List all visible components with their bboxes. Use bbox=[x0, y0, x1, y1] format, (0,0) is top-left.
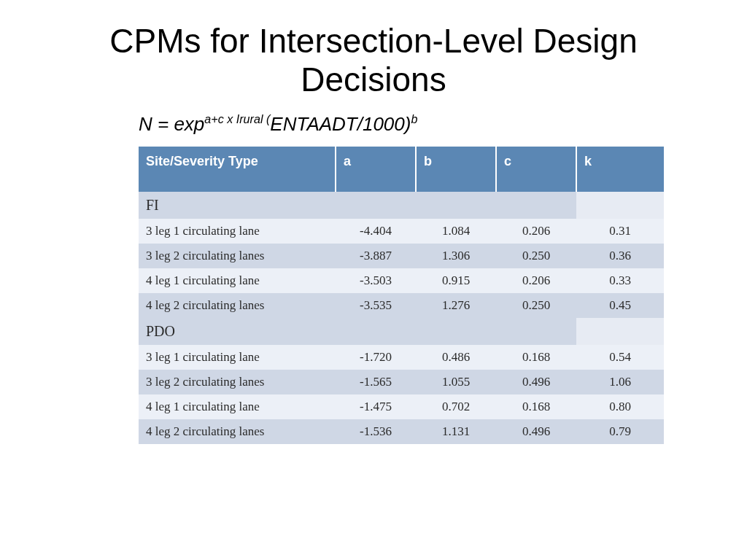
cell-b: 1.131 bbox=[416, 419, 496, 444]
section-pdo: PDO bbox=[139, 318, 664, 345]
cell-c: 0.496 bbox=[496, 419, 576, 444]
cell-site: 4 leg 2 circulating lanes bbox=[139, 419, 336, 444]
cell-c: 0.206 bbox=[496, 268, 576, 293]
section-fi-k bbox=[576, 192, 664, 219]
cell-k: 0.45 bbox=[576, 293, 664, 318]
cell-site: 3 leg 1 circulating lane bbox=[139, 219, 336, 244]
cell-b: 0.486 bbox=[416, 345, 496, 370]
header-a: a bbox=[336, 147, 416, 192]
cell-site: 4 leg 1 circulating lane bbox=[139, 394, 336, 419]
table-row: 3 leg 1 circulating lane -4.404 1.084 0.… bbox=[139, 219, 664, 244]
slide-title: CPMs for Intersection-Level Design Decis… bbox=[95, 22, 652, 99]
cell-b: 1.306 bbox=[416, 244, 496, 268]
cell-c: 0.496 bbox=[496, 370, 576, 394]
cell-b: 1.276 bbox=[416, 293, 496, 318]
header-b: b bbox=[416, 147, 496, 192]
cell-k: 0.80 bbox=[576, 394, 664, 419]
formula-mid: ENTAADT/1000) bbox=[270, 112, 411, 134]
cell-c: 0.168 bbox=[496, 394, 576, 419]
section-fi-label: FI bbox=[139, 192, 576, 219]
cell-a: -1.720 bbox=[336, 345, 416, 370]
cell-k: 1.06 bbox=[576, 370, 664, 394]
table-row: 3 leg 2 circulating lanes -1.565 1.055 0… bbox=[139, 370, 664, 394]
header-k: k bbox=[576, 147, 664, 192]
table-row: 4 leg 1 circulating lane -3.503 0.915 0.… bbox=[139, 268, 664, 293]
cell-b: 1.084 bbox=[416, 219, 496, 244]
formula-sup1: a+c x Irural ( bbox=[204, 112, 270, 125]
cell-site: 3 leg 2 circulating lanes bbox=[139, 244, 336, 268]
cell-k: 0.79 bbox=[576, 419, 664, 444]
formula-sup2: b bbox=[411, 112, 417, 125]
table-row: 3 leg 2 circulating lanes -3.887 1.306 0… bbox=[139, 244, 664, 268]
cell-k: 0.31 bbox=[576, 219, 664, 244]
header-c: c bbox=[496, 147, 576, 192]
formula-prefix: N = exp bbox=[139, 112, 204, 134]
cell-site: 4 leg 2 circulating lanes bbox=[139, 293, 336, 318]
cell-site: 4 leg 1 circulating lane bbox=[139, 268, 336, 293]
cell-a: -3.503 bbox=[336, 268, 416, 293]
table-row: 4 leg 1 circulating lane -1.475 0.702 0.… bbox=[139, 394, 664, 419]
cell-a: -1.536 bbox=[336, 419, 416, 444]
cell-k: 0.36 bbox=[576, 244, 664, 268]
cell-k: 0.54 bbox=[576, 345, 664, 370]
cell-b: 0.915 bbox=[416, 268, 496, 293]
header-site: Site/Severity Type bbox=[139, 147, 336, 192]
table-row: 4 leg 2 circulating lanes -1.536 1.131 0… bbox=[139, 419, 664, 444]
cell-site: 3 leg 2 circulating lanes bbox=[139, 370, 336, 394]
cell-c: 0.250 bbox=[496, 244, 576, 268]
section-fi: FI bbox=[139, 192, 664, 219]
formula: N = expa+c x Irural (ENTAADT/1000)b bbox=[139, 112, 718, 136]
cell-a: -4.404 bbox=[336, 219, 416, 244]
cell-a: -3.887 bbox=[336, 244, 416, 268]
cell-b: 1.055 bbox=[416, 370, 496, 394]
cpm-table: Site/Severity Type a b c k FI 3 leg 1 ci… bbox=[139, 147, 664, 444]
cell-site: 3 leg 1 circulating lane bbox=[139, 345, 336, 370]
cell-c: 0.206 bbox=[496, 219, 576, 244]
table-header-row: Site/Severity Type a b c k bbox=[139, 147, 664, 192]
cell-k: 0.33 bbox=[576, 268, 664, 293]
section-pdo-k bbox=[576, 318, 664, 345]
cell-a: -1.565 bbox=[336, 370, 416, 394]
cell-a: -1.475 bbox=[336, 394, 416, 419]
cell-c: 0.168 bbox=[496, 345, 576, 370]
cell-c: 0.250 bbox=[496, 293, 576, 318]
table-row: 3 leg 1 circulating lane -1.720 0.486 0.… bbox=[139, 345, 664, 370]
cell-a: -3.535 bbox=[336, 293, 416, 318]
section-pdo-label: PDO bbox=[139, 318, 576, 345]
table-row: 4 leg 2 circulating lanes -3.535 1.276 0… bbox=[139, 293, 664, 318]
cell-b: 0.702 bbox=[416, 394, 496, 419]
